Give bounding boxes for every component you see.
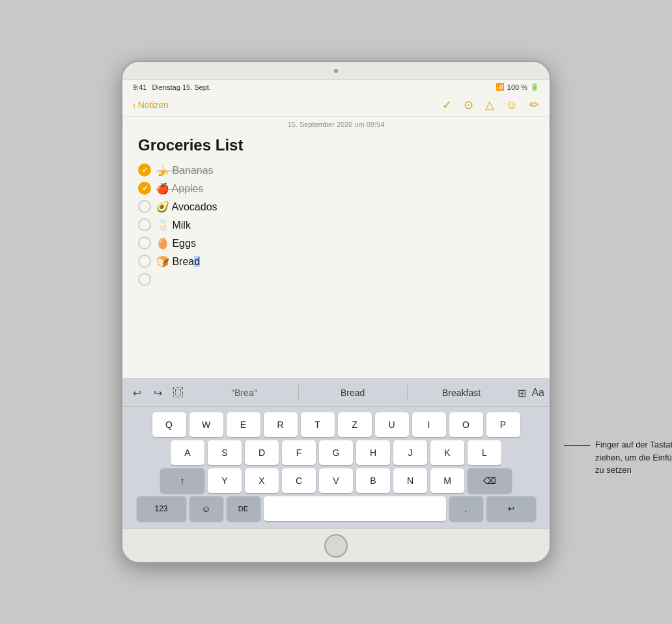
font-size-icon[interactable]: Aa — [531, 387, 544, 399]
item-text-bananas: 🍌 Bananas — [156, 164, 214, 177]
battery-icon: 🔋 — [530, 83, 539, 91]
ipad-device: 9:41 Dienstag 15. Sept. 📶 100 % 🔋 ‹ Noti… — [121, 61, 551, 563]
note-title: Groceries List — [138, 136, 534, 154]
battery-label: 100 % — [507, 83, 527, 91]
suggestion-quoted[interactable]: "Brea" — [190, 385, 299, 401]
list-item: 🥑 Avocados — [138, 200, 534, 213]
key-i[interactable]: I — [412, 412, 446, 437]
key-z[interactable]: Z — [338, 412, 372, 437]
annotation-text: Finger auf der Tastatur ziehen, um die E… — [595, 438, 672, 477]
key-s[interactable]: S — [208, 440, 242, 465]
key-u[interactable]: U — [375, 412, 409, 437]
key-numbers[interactable]: 123 — [137, 496, 186, 521]
list-item: 🍎 Apples — [138, 182, 534, 195]
day-display: Dienstag 15. Sept. — [152, 83, 211, 91]
key-y[interactable]: Y — [208, 468, 242, 493]
note-date: 15. September 2020 um 09:54 — [122, 117, 550, 131]
keyboard: Q W E R T Z U I O P A S D F G H J K — [122, 407, 550, 528]
autocorrect-right: ⊞ Aa — [518, 387, 544, 399]
key-t[interactable]: T — [301, 412, 335, 437]
checkbox-empty[interactable] — [138, 273, 151, 286]
ipad-top-bar — [122, 62, 550, 80]
wifi-icon: 📶 — [496, 83, 505, 91]
checklist: 🍌 Bananas 🍎 Apples 🥑 Avocados 🥛 Milk — [138, 163, 534, 286]
back-label: Notizen — [138, 100, 169, 110]
checkbox-milk[interactable] — [138, 218, 151, 231]
key-m[interactable]: M — [430, 468, 464, 493]
list-item: 🥚 Eggs — [138, 236, 534, 249]
key-x[interactable]: X — [245, 468, 279, 493]
item-text-avocados: 🥑 Avocados — [156, 201, 217, 213]
back-button[interactable]: ‹ Notizen — [133, 100, 169, 110]
key-d[interactable]: D — [245, 440, 279, 465]
list-item: 🥛 Milk — [138, 218, 534, 231]
notes-toolbar: ‹ Notizen ✓ ⊙ △ ☺ ✏ — [122, 94, 550, 117]
checklist-icon[interactable]: ✓ — [442, 98, 452, 112]
camera-dot — [334, 69, 338, 73]
item-text-bread: 🍞 Bread — [156, 255, 200, 268]
list-item: 🍞 Bread — [138, 255, 534, 268]
key-p[interactable]: P — [486, 412, 520, 437]
item-text-eggs: 🥚 Eggs — [156, 237, 196, 249]
key-c[interactable]: C — [282, 468, 316, 493]
camera-icon[interactable]: ⊙ — [464, 98, 473, 112]
key-row-2: A S D F G H J K L — [125, 440, 547, 465]
key-k[interactable]: K — [430, 440, 464, 465]
autocorrect-suggestions: "Brea" Bread Breakfast — [190, 385, 515, 401]
status-bar: 9:41 Dienstag 15. Sept. 📶 100 % 🔋 — [122, 80, 550, 94]
key-lang[interactable]: DE — [227, 496, 260, 521]
back-chevron-icon: ‹ — [133, 100, 136, 110]
key-emoji-kb[interactable]: ☺ — [189, 496, 223, 521]
key-j[interactable]: J — [393, 440, 427, 465]
checkbox-apples[interactable] — [138, 182, 151, 195]
markup-icon[interactable]: △ — [485, 98, 494, 112]
autocorrect-bar: ↩ ↪ ⿴ "Brea" Bread Breakfast ⊞ Aa — [122, 378, 550, 407]
checkbox-bread[interactable] — [138, 255, 151, 268]
item-text-milk: 🥛 Milk — [156, 219, 191, 231]
selected-text: d — [194, 256, 200, 267]
time-display: 9:41 — [133, 83, 147, 91]
key-row-1: Q W E R T Z U I O P — [125, 412, 547, 437]
note-content[interactable]: Groceries List 🍌 Bananas 🍎 Apples 🥑 Avoc… — [122, 131, 550, 378]
key-n[interactable]: N — [393, 468, 427, 493]
status-left: 9:41 Dienstag 15. Sept. — [133, 83, 211, 91]
key-period[interactable]: . — [449, 496, 483, 521]
clipboard-button[interactable]: ⿴ — [169, 383, 188, 403]
key-backspace[interactable]: ⌫ — [468, 468, 512, 493]
suggestion-bread[interactable]: Bread — [299, 385, 408, 401]
key-w[interactable]: W — [189, 412, 223, 437]
list-item: 🍌 Bananas — [138, 163, 534, 177]
edit-icon[interactable]: ✏ — [529, 98, 539, 112]
key-v[interactable]: V — [319, 468, 353, 493]
checkbox-bananas[interactable] — [138, 163, 151, 177]
key-e[interactable]: E — [227, 412, 260, 437]
key-g[interactable]: G — [319, 440, 353, 465]
list-item-empty — [138, 273, 534, 286]
home-button[interactable] — [324, 534, 348, 558]
key-row-3: ↑ Y X C V B N M ⌫ — [125, 468, 547, 493]
emoji-icon[interactable]: ☺ — [506, 98, 518, 112]
key-return[interactable]: ↩ — [486, 496, 536, 521]
key-shift[interactable]: ↑ — [160, 468, 204, 493]
undo-button[interactable]: ↩ — [128, 383, 146, 403]
checkbox-avocados[interactable] — [138, 200, 151, 213]
key-h[interactable]: H — [356, 440, 390, 465]
key-o[interactable]: O — [449, 412, 483, 437]
key-r[interactable]: R — [264, 412, 298, 437]
table-icon[interactable]: ⊞ — [518, 387, 526, 399]
key-space[interactable] — [264, 496, 446, 521]
key-b[interactable]: B — [356, 468, 390, 493]
key-a[interactable]: A — [171, 440, 204, 465]
key-row-4: 123 ☺ DE . ↩ — [125, 496, 547, 521]
key-q[interactable]: Q — [152, 412, 186, 437]
key-l[interactable]: L — [468, 440, 501, 465]
checkbox-eggs[interactable] — [138, 236, 151, 249]
annotation-line: Finger auf der Tastatur ziehen, um die E… — [564, 438, 672, 477]
toolbar-icons: ✓ ⊙ △ ☺ ✏ — [442, 98, 539, 112]
suggestion-breakfast[interactable]: Breakfast — [408, 385, 516, 401]
annotation: Finger auf der Tastatur ziehen, um die E… — [564, 438, 672, 477]
redo-button[interactable]: ↪ — [148, 383, 167, 403]
item-text-apples: 🍎 Apples — [156, 182, 203, 195]
autocorrect-left: ↩ ↪ ⿴ — [128, 383, 188, 403]
key-f[interactable]: F — [282, 440, 316, 465]
